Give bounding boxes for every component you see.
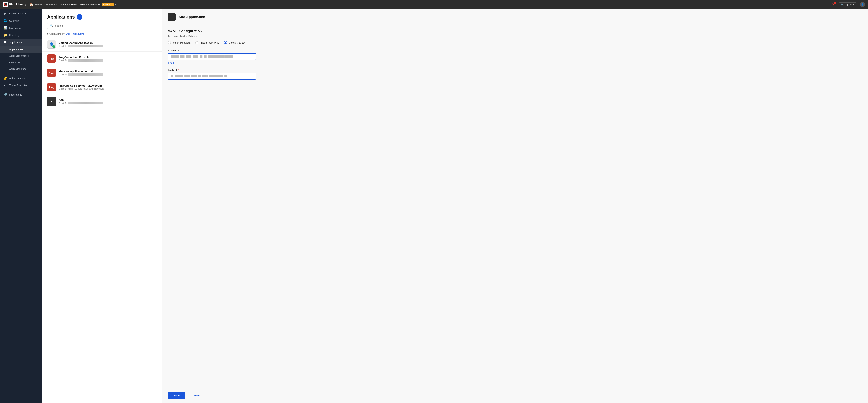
ping-logo-box — [3, 2, 8, 7]
sidebar-item-overview[interactable]: 🌐 Overview — [0, 17, 42, 24]
client-id-prefix-5: Client ID: — [59, 102, 67, 105]
client-id-blurred-2 — [68, 59, 103, 62]
app-name-getting-started: Getting Started Application — [59, 41, 157, 44]
radio-circle-manually-enter — [224, 41, 227, 44]
sidebar-item-authentication[interactable]: 🔐 Authentication ▾ — [0, 75, 42, 82]
sidebar-item-application-portal[interactable]: Application Portal — [0, 66, 42, 72]
acs-urls-input[interactable] — [168, 53, 256, 60]
threat-protection-icon: 🛡 — [3, 84, 7, 87]
sidebar-label-authentication: Authentication — [9, 77, 36, 80]
radio-import-from-url[interactable]: Import From URL — [195, 41, 219, 44]
sidebar-item-applications-sub[interactable]: Applications — [0, 46, 42, 53]
directory-arrow: ▾ — [38, 34, 39, 36]
add-app-icon: ▪ — [168, 13, 176, 21]
entity-id-input[interactable] — [168, 73, 256, 80]
user-avatar[interactable]: 👤 — [860, 2, 865, 7]
environment-dropdown-arrow[interactable]: ▾ — [115, 4, 116, 6]
saml-subtitle: Provide Application Metadata — [168, 35, 862, 37]
svg-rect-4 — [5, 5, 7, 6]
sidebar-section-main: ▶ Getting Started 🌐 Overview 📊 Monitorin… — [0, 9, 42, 99]
breadcrumb-sep-1: › — [44, 3, 45, 6]
add-application-title: Add Application — [178, 15, 205, 19]
client-id-blurred-5 — [68, 102, 103, 105]
app-info-pingone-portal: PingOne Application Portal Client ID: — [59, 70, 157, 76]
radio-import-metadata[interactable]: Import Metadata — [168, 41, 190, 44]
sandbox-badge: SANDBOX — [102, 3, 114, 6]
client-id-prefix-3: Client ID: — [59, 74, 67, 76]
app-info-getting-started: Getting Started Application Client ID: — [59, 41, 157, 47]
sidebar-item-resources[interactable]: Resources — [0, 59, 42, 66]
svg-rect-0 — [3, 2, 8, 7]
add-application-button[interactable]: + — [77, 14, 83, 20]
monitoring-arrow: ▾ — [38, 27, 39, 29]
sidebar-label-monitoring: Monitoring — [9, 27, 36, 29]
app-item-pingone-admin[interactable]: Ping PingOne Admin Console Client ID: — [42, 52, 162, 66]
app-client-id-saml: Client ID: — [59, 102, 157, 105]
svg-rect-1 — [3, 3, 5, 5]
app-icon-pingone-portal: Ping — [47, 69, 56, 77]
monitoring-icon: 📊 — [3, 26, 7, 30]
directory-icon: 📁 — [3, 33, 7, 37]
radio-circle-import-from-url — [195, 41, 198, 44]
saml-config-panel: ▪ Add Application SAML Configuration Pro… — [162, 9, 868, 403]
user-icon: 👤 — [861, 3, 864, 6]
filter-bar: 5 Applications by Application Name ▾ — [42, 31, 162, 37]
radio-label-manually-enter: Manually Enter — [228, 41, 245, 44]
sidebar-label-getting-started: Getting Started — [9, 12, 39, 15]
radio-manually-enter[interactable]: Manually Enter — [224, 41, 245, 44]
sidebar-item-integrations[interactable]: 🔗 Integrations — [0, 91, 42, 98]
app-item-getting-started[interactable]: 👤 ✓ Getting Started Application Client I… — [42, 37, 162, 52]
sidebar-label-directory: Directory — [9, 34, 36, 37]
svg-rect-2 — [5, 3, 7, 5]
explore-icon: 🔍 — [841, 3, 844, 6]
filter-count-text: 5 Applications by — [47, 32, 64, 35]
acs-urls-required-star: * — [180, 49, 181, 52]
sidebar-label-threat-protection: Threat Protection — [9, 84, 36, 87]
app-list: 👤 ✓ Getting Started Application Client I… — [42, 37, 162, 403]
page-title: Applications — [47, 14, 75, 20]
client-id-blurred — [68, 45, 103, 47]
sidebar-item-monitoring[interactable]: 📊 Monitoring ▾ — [0, 24, 42, 32]
app-info-pingone-self-service: PingOne Self-Service - MyAccount Client … — [59, 84, 157, 90]
client-id-prefix-2: Client ID: — [59, 59, 67, 62]
saml-config-content: SAML Configuration Provide Application M… — [162, 24, 868, 388]
top-nav: Ping|Identity 🏠 ••• •••••••• › ••• •••••… — [0, 0, 868, 9]
sidebar-label-overview: Overview — [9, 20, 39, 22]
nav-right: ❓ 2 🔍 Explore ▾ 👤 — [832, 2, 865, 7]
app-item-pingone-portal[interactable]: Ping PingOne Application Portal Client I… — [42, 66, 162, 80]
app-name-pingone-self-service: PingOne Self-Service - MyAccount — [59, 84, 157, 87]
search-input[interactable] — [55, 24, 154, 27]
explore-button[interactable]: 🔍 Explore ▾ — [839, 2, 856, 7]
breadcrumb-item-2: ••• •••••••• — [46, 3, 55, 6]
search-icon: 🔍 — [50, 24, 53, 27]
filter-sort-link[interactable]: Application Name — [66, 32, 84, 35]
radio-label-import-from-url: Import From URL — [200, 41, 219, 44]
add-application-header: ▪ Add Application — [162, 9, 868, 24]
sidebar-item-getting-started[interactable]: ▶ Getting Started — [0, 10, 42, 17]
radio-label-import-metadata: Import Metadata — [173, 41, 190, 44]
sidebar-item-directory[interactable]: 📁 Directory ▾ — [0, 32, 42, 39]
cancel-button[interactable]: Cancel — [188, 392, 203, 399]
app-item-pingone-self-service[interactable]: Ping PingOne Self-Service - MyAccount Cl… — [42, 80, 162, 94]
app-item-saml[interactable]: ▪ SAML Client ID: — [42, 94, 162, 109]
ping-icon-3: Ping — [49, 84, 54, 90]
client-id-value-4: 4cbcde10-d2a2-4510-a57d-cd003a2e55 — [68, 88, 105, 90]
authentication-icon: 🔐 — [3, 77, 7, 80]
sidebar-divider-1 — [0, 73, 42, 74]
filter-sort-caret[interactable]: ▾ — [86, 33, 87, 35]
apps-header: Applications + — [42, 9, 162, 23]
acs-urls-add-link[interactable]: + Add — [168, 62, 174, 64]
authentication-arrow: ▾ — [38, 77, 39, 79]
sidebar-item-applications[interactable]: ☰ Applications ▴ — [0, 39, 42, 46]
svg-text:Ping: Ping — [49, 86, 54, 89]
save-button[interactable]: Save — [168, 392, 185, 399]
logo-area[interactable]: Ping|Identity — [3, 2, 26, 7]
acs-urls-field-group: ACS URLs * + Add — [168, 49, 862, 64]
getting-started-icon: ▶ — [3, 12, 7, 15]
help-button[interactable]: ❓ 2 — [832, 3, 835, 6]
applications-arrow: ▴ — [38, 41, 39, 44]
sidebar-item-threat-protection[interactable]: 🛡 Threat Protection ▾ — [0, 82, 42, 89]
sidebar-item-application-catalog[interactable]: Application Catalog — [0, 53, 42, 59]
home-icon[interactable]: 🏠 — [30, 3, 33, 6]
sidebar-label-application-catalog: Application Catalog — [9, 55, 39, 57]
